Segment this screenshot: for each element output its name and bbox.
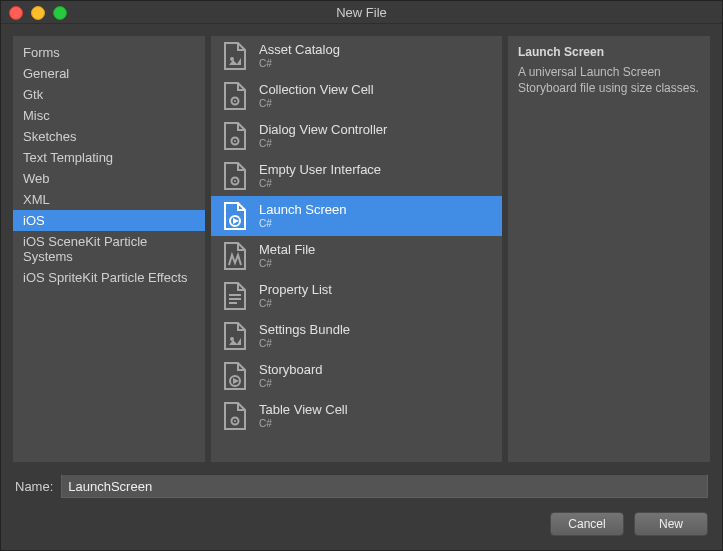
template-label: Property List [259,283,332,297]
category-item[interactable]: Misc [13,105,205,126]
file-icon [219,321,249,351]
category-item[interactable]: Sketches [13,126,205,147]
template-label: Asset Catalog [259,43,340,57]
template-label: Storyboard [259,363,323,377]
close-icon[interactable] [9,6,23,20]
description-title: Launch Screen [518,44,700,60]
template-label: Dialog View Controller [259,123,387,137]
template-label: Empty User Interface [259,163,381,177]
cancel-button[interactable]: Cancel [550,512,624,536]
template-label: Collection View Cell [259,83,374,97]
template-item[interactable]: Table View CellC# [211,396,502,436]
template-lang: C# [259,98,374,109]
template-item[interactable]: Settings BundleC# [211,316,502,356]
category-item[interactable]: Web [13,168,205,189]
file-icon [219,161,249,191]
template-label: Table View Cell [259,403,348,417]
template-lang: C# [259,418,348,429]
minimize-icon[interactable] [31,6,45,20]
category-item[interactable]: iOS SceneKit Particle Systems [13,231,205,267]
template-lang: C# [259,298,332,309]
template-label: Metal File [259,243,315,257]
template-item[interactable]: Launch ScreenC# [211,196,502,236]
category-item[interactable]: Forms [13,42,205,63]
window-title: New File [336,5,387,20]
template-item[interactable]: Asset CatalogC# [211,36,502,76]
category-item[interactable]: XML [13,189,205,210]
template-lang: C# [259,258,315,269]
file-icon [219,121,249,151]
new-file-dialog: New File FormsGeneralGtkMiscSketchesText… [0,0,723,551]
category-item[interactable]: iOS SpriteKit Particle Effects [13,267,205,288]
template-lang: C# [259,338,350,349]
category-item[interactable]: Text Templating [13,147,205,168]
template-item[interactable]: Collection View CellC# [211,76,502,116]
template-item[interactable]: Metal FileC# [211,236,502,276]
file-icon [219,41,249,71]
file-icon [219,401,249,431]
template-list: Asset CatalogC#Collection View CellC#Dia… [211,36,502,462]
name-input[interactable] [61,474,708,498]
category-item[interactable]: iOS [13,210,205,231]
template-label: Settings Bundle [259,323,350,337]
template-lang: C# [259,218,346,229]
template-item[interactable]: Property ListC# [211,276,502,316]
template-lang: C# [259,58,340,69]
file-icon [219,281,249,311]
template-lang: C# [259,178,381,189]
template-item[interactable]: Empty User InterfaceC# [211,156,502,196]
new-button[interactable]: New [634,512,708,536]
template-item[interactable]: Dialog View ControllerC# [211,116,502,156]
description-text: A universal Launch Screen Storyboard fil… [518,64,700,96]
category-item[interactable]: Gtk [13,84,205,105]
zoom-icon[interactable] [53,6,67,20]
traffic-lights [9,6,67,20]
file-icon [219,81,249,111]
category-item[interactable]: General [13,63,205,84]
template-lang: C# [259,138,387,149]
titlebar: New File [1,1,722,24]
category-list: FormsGeneralGtkMiscSketchesText Templati… [13,36,205,462]
file-icon [219,241,249,271]
template-lang: C# [259,378,323,389]
file-icon [219,361,249,391]
template-item[interactable]: StoryboardC# [211,356,502,396]
file-icon [219,201,249,231]
description-panel: Launch Screen A universal Launch Screen … [508,36,710,462]
template-label: Launch Screen [259,203,346,217]
name-label: Name: [15,479,53,494]
